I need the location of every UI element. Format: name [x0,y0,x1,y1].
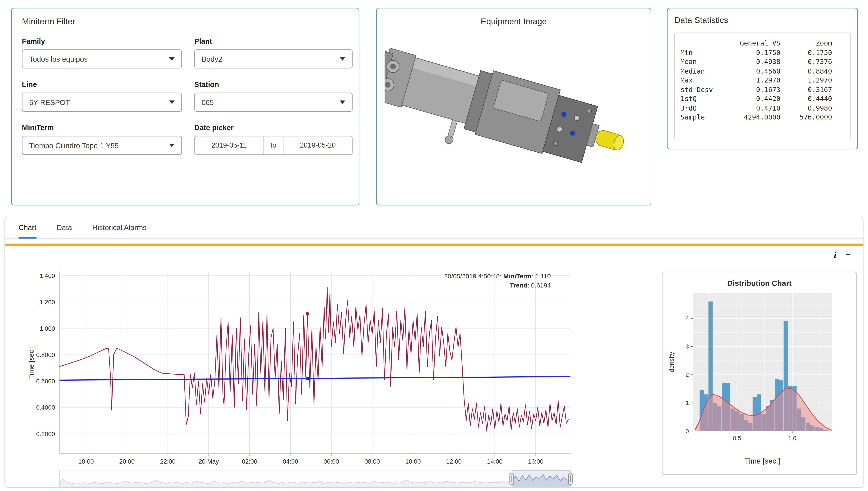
svg-text:06:00: 06:00 [323,458,339,465]
svg-text:08:00: 08:00 [365,458,380,465]
equipment-image-panel: Equipment Image [376,8,651,205]
svg-text:1.000: 1.000 [39,325,55,332]
miniterm-value: Tiempo Cilindro Tope 1 Y55 [29,141,119,150]
svg-text:20 May: 20 May [199,458,219,465]
svg-text:density: density [668,352,675,372]
date-picker-field: Date picker 2019-05-11 to 2019-05-20 [194,123,352,155]
svg-text:12:00: 12:00 [446,458,462,465]
stats-row: Sample4294.0000576.0000 [679,113,833,122]
date-end-input[interactable]: 2019-05-20 [284,136,352,154]
svg-text:16:00: 16:00 [528,458,544,465]
date-range-picker[interactable]: 2019-05-11 to 2019-05-20 [194,136,352,155]
chart-controls: i − [834,250,850,260]
equipment-image [384,29,643,195]
line-value: 6Y RESPOT [29,98,70,107]
family-field: Family Todos los equipos [22,37,182,68]
main-chart-svg[interactable]: 0.20000.40000.60000.80001.0001.2001.4001… [26,267,581,488]
plant-select[interactable]: Body2 [194,49,352,68]
tab-chart[interactable]: Chart [19,217,36,238]
svg-text:04:00: 04:00 [283,458,298,465]
stats-header-row: General VSZoom [679,39,833,48]
line-select[interactable]: 6Y RESPOT [22,93,182,112]
svg-text:3: 3 [686,343,689,350]
svg-text:0.5: 0.5 [733,435,741,441]
station-value: 065 [202,98,214,107]
svg-text:20:00: 20:00 [119,458,135,465]
chevron-down-icon [169,100,175,104]
distribution-panel: Distribution Chart 0.51.001234densityTim… [662,272,857,475]
main-chart: 0.20000.40000.60000.80001.0001.2001.4001… [26,267,581,488]
svg-text:2: 2 [686,372,689,378]
family-value: Todos los equipos [29,55,88,63]
filter-form: Family Todos los equipos Plant Body2 Lin… [22,37,349,155]
miniterm-select[interactable]: Tiempo Cilindro Tope 1 Y55 [22,136,182,155]
distribution-title: Distribution Chart [663,279,856,288]
annotation-line-1: 20/05/2019 4:50:48: MiniTerm: 1.110 [444,272,551,281]
stats-row: Mean0.49380.7376 [679,57,833,66]
svg-text:0.6000: 0.6000 [36,378,55,385]
svg-text:10:00: 10:00 [405,458,421,465]
date-start-input[interactable]: 2019-05-11 [195,136,263,154]
chevron-down-icon [340,100,345,104]
chevron-down-icon [340,57,345,61]
tab-bar: Chart Data Historical Alarms [5,217,863,239]
svg-text:Time [sec.]: Time [sec.] [27,346,35,379]
info-icon[interactable]: i [834,250,836,260]
chevron-down-icon [169,144,175,147]
plant-label: Plant [194,37,352,46]
svg-text:18:00: 18:00 [78,458,94,465]
date-separator: to [263,136,284,154]
svg-text:0.8000: 0.8000 [36,351,55,358]
stats-row: 1stQ0.44200.4440 [679,94,833,104]
svg-text:4: 4 [686,315,689,321]
svg-text:14:00: 14:00 [487,458,502,465]
line-field: Line 6Y RESPOT [22,80,182,112]
svg-text:22:00: 22:00 [160,458,176,465]
filter-panel-title: Miniterm Filter [22,17,349,26]
miniterm-field: MiniTerm Tiempo Cilindro Tope 1 Y55 [22,123,182,155]
family-label: Family [22,37,182,46]
stats-row: std Desv0.16730.3167 [679,85,833,94]
distribution-chart-svg: 0.51.001234densityTime [sec.] [666,290,853,467]
chevron-down-icon [169,57,175,61]
svg-text:1.0: 1.0 [788,435,797,441]
station-select[interactable]: 065 [194,93,352,112]
tab-historical-alarms[interactable]: Historical Alarms [92,217,147,238]
stats-box: General VSZoomMin0.17500.1750Mean0.49380… [674,32,850,139]
miniterm-filter-panel: Miniterm Filter Family Todos los equipos… [11,8,359,205]
collapse-icon[interactable]: − [845,250,850,260]
svg-text:1.200: 1.200 [39,299,55,306]
stats-table: General VSZoomMin0.17500.1750Mean0.49380… [679,39,833,122]
chart-section: Chart Data Historical Alarms i − 0.20000… [4,217,864,488]
svg-text:1.400: 1.400 [39,272,55,279]
annotation-line-2: Trend: 0.6194 [444,281,551,290]
stats-row: 3rdQ0.47100.9980 [679,104,833,113]
svg-text:0.4000: 0.4000 [36,404,55,411]
chart-annotation: 20/05/2019 4:50:48: MiniTerm: 1.110 Tren… [444,272,551,290]
line-label: Line [22,80,182,89]
plant-value: Body2 [202,55,222,63]
stats-row: Max1.29701.2970 [679,76,833,85]
data-statistics-panel: Data Statistics General VSZoomMin0.17500… [667,8,858,149]
stats-row: Min0.17500.1750 [679,48,833,57]
dashboard-root: Miniterm Filter Family Todos los equipos… [0,0,868,491]
stats-row: Median0.45600.8840 [679,66,833,76]
tab-data[interactable]: Data [57,217,72,238]
station-field: Station 065 [194,80,352,112]
station-label: Station [194,80,352,89]
family-select[interactable]: Todos los equipos [22,49,182,68]
stats-panel-title: Data Statistics [674,15,850,25]
svg-text:0: 0 [686,428,689,434]
miniterm-label: MiniTerm [22,123,182,132]
equipment-panel-title: Equipment Image [382,17,645,26]
progress-bar [5,244,863,246]
svg-text:0.2000: 0.2000 [36,431,55,437]
svg-text:Time [sec.]: Time [sec.] [745,457,780,465]
date-picker-label: Date picker [194,123,352,132]
plant-field: Plant Body2 [194,37,352,68]
svg-text:1: 1 [686,400,689,406]
svg-text:02:00: 02:00 [242,458,257,465]
